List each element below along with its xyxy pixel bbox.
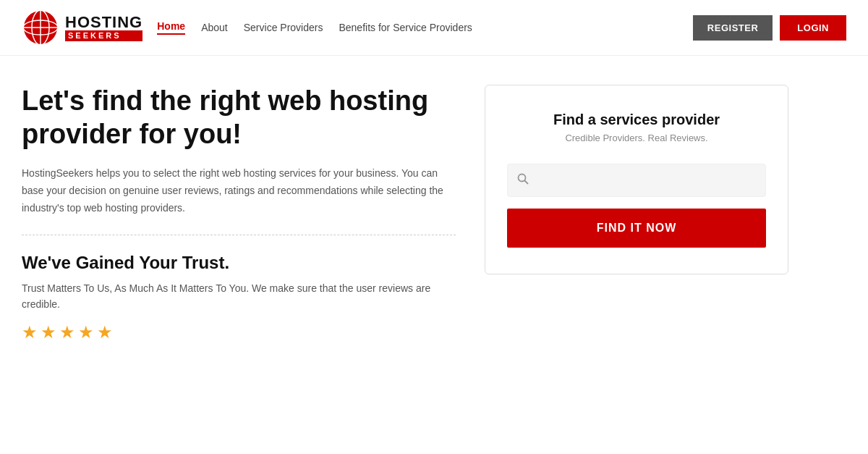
globe-icon	[22, 9, 59, 46]
trust-description: Trust Matters To Us, As Much As It Matte…	[22, 280, 456, 313]
trust-heading: We've Gained Your Trust.	[22, 253, 456, 273]
svg-line-7	[525, 181, 528, 184]
right-panel: Find a services provider Credible Provid…	[485, 85, 788, 342]
left-panel: Let's find the right web hosting provide…	[22, 85, 456, 342]
find-it-now-button[interactable]: FIND IT NOW	[507, 209, 766, 248]
nav-links: Home About Service Providers Benefits fo…	[157, 20, 693, 35]
logo-seekers: SEEKERS	[65, 30, 142, 41]
section-divider	[22, 235, 456, 235]
search-input-wrapper	[507, 164, 766, 197]
hero-description: HostingSeekers helps you to select the r…	[22, 165, 456, 217]
logo-hosting: HOSTING	[65, 14, 142, 30]
search-card: Find a services provider Credible Provid…	[485, 85, 788, 274]
star-2: ★	[41, 322, 56, 342]
card-subtitle: Credible Providers. Real Reviews.	[507, 133, 766, 143]
nav-actions: REGISTER LOGIN	[693, 15, 846, 41]
star-3: ★	[59, 322, 75, 342]
star-5: ★	[97, 322, 113, 342]
search-icon	[517, 173, 529, 188]
card-title: Find a services provider	[507, 112, 766, 128]
main-content: Let's find the right web hosting provide…	[0, 56, 868, 371]
star-4: ★	[78, 322, 94, 342]
navbar: HOSTING SEEKERS Home About Service Provi…	[0, 0, 868, 56]
nav-benefits[interactable]: Benefits for Service Providers	[339, 22, 472, 33]
logo: HOSTING SEEKERS	[22, 9, 142, 46]
nav-about[interactable]: About	[201, 22, 228, 33]
logo-text: HOSTING SEEKERS	[65, 14, 142, 41]
nav-service-providers[interactable]: Service Providers	[244, 22, 323, 33]
login-button[interactable]: LOGIN	[780, 15, 846, 41]
star-rating: ★ ★ ★ ★ ★	[22, 322, 456, 342]
register-button[interactable]: REGISTER	[693, 15, 773, 41]
hero-headline: Let's find the right web hosting provide…	[22, 85, 456, 151]
star-1: ★	[22, 322, 38, 342]
nav-home[interactable]: Home	[157, 20, 185, 35]
search-input[interactable]	[507, 164, 766, 197]
